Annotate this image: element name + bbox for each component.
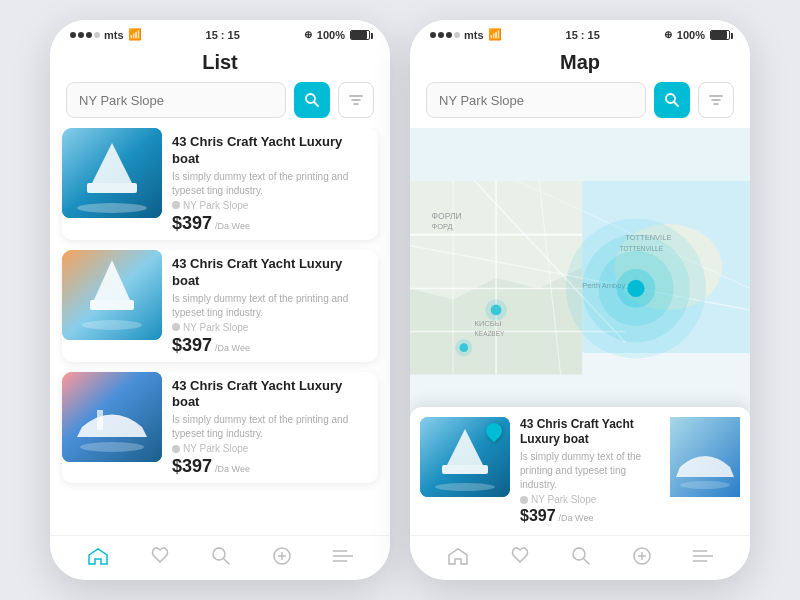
svg-rect-14 xyxy=(97,410,103,430)
boat-card-2[interactable]: 43 Chris Craft Yacht Luxury boat Is simp… xyxy=(62,250,378,362)
battery-icon xyxy=(350,30,370,40)
svg-point-63 xyxy=(680,481,730,489)
nav-search-map[interactable] xyxy=(571,546,591,566)
map-card-image-secondary xyxy=(670,417,740,497)
signal-dot-m4 xyxy=(454,32,460,38)
signal-dot-3 xyxy=(86,32,92,38)
search-icon-map xyxy=(664,92,680,108)
svg-point-56 xyxy=(459,343,468,352)
search-input-list[interactable] xyxy=(66,82,286,118)
svg-point-54 xyxy=(491,305,502,316)
signal-dot-m2 xyxy=(438,32,444,38)
boat-price-3: $397 xyxy=(172,456,212,477)
nav-add-list[interactable] xyxy=(272,546,292,566)
svg-point-61 xyxy=(435,483,495,491)
svg-text:KEAZBEY: KEAZBEY xyxy=(475,330,505,337)
boat-info-3: 43 Chris Craft Yacht Luxury boat Is simp… xyxy=(172,372,378,484)
map-phone: mts 📶 15 : 15 ⊕ 100% Map xyxy=(410,20,750,580)
boat-info-1: 43 Chris Craft Yacht Luxury boat Is simp… xyxy=(172,128,378,240)
boat-location-2: NY Park Slope xyxy=(172,322,372,333)
list-phone: mts 📶 15 : 15 ⊕ 100% List xyxy=(50,20,390,580)
boat-title-2: 43 Chris Craft Yacht Luxury boat xyxy=(172,256,372,290)
boat-info-2: 43 Chris Craft Yacht Luxury boat Is simp… xyxy=(172,250,378,362)
svg-point-64 xyxy=(573,548,585,560)
boat-price-1: $397 xyxy=(172,213,212,234)
signal-dot-m3 xyxy=(446,32,452,38)
svg-line-25 xyxy=(674,102,678,106)
boat-location-3: NY Park Slope xyxy=(172,443,372,454)
svg-line-65 xyxy=(584,559,589,564)
map-card-loc-dot xyxy=(520,496,528,504)
boat-list: 43 Chris Craft Yacht Luxury boat Is simp… xyxy=(50,128,390,535)
signal-dot-m1 xyxy=(430,32,436,38)
filter-button-list[interactable] xyxy=(338,82,374,118)
location-dot-3 xyxy=(172,445,180,453)
bottom-nav-map xyxy=(410,535,750,580)
map-card-period: /Da Wee xyxy=(559,513,594,523)
boat-image-3 xyxy=(62,372,162,462)
map-card-desc: Is simply dummy text of the printing and… xyxy=(520,450,660,492)
map-card-price-row: $397 /Da Wee xyxy=(520,507,660,525)
map-card-price: $397 xyxy=(520,507,556,525)
boat-desc-3: Is simply dummy text of the printing and… xyxy=(172,413,372,441)
boat-desc-1: Is simply dummy text of the printing and… xyxy=(172,170,372,198)
status-bar-list: mts 📶 15 : 15 ⊕ 100% xyxy=(50,20,390,45)
boat-image-2 xyxy=(62,250,162,340)
boat-period-2: /Da Wee xyxy=(215,343,250,353)
map-info-card[interactable]: 43 Chris Craft Yacht Luxury boat Is simp… xyxy=(410,407,750,535)
svg-text:ФОРЛИ: ФОРЛИ xyxy=(432,211,462,221)
nav-favorites-list[interactable] xyxy=(150,546,170,566)
search-bar-list xyxy=(66,82,374,118)
boat-location-1: NY Park Slope xyxy=(172,200,372,211)
nav-menu-list[interactable] xyxy=(333,549,353,563)
map-view[interactable]: ФОРЛИ ФОРД КИСБЫ KEAZBEY TOTTENVILE TOTT… xyxy=(410,128,750,535)
search-button-map[interactable] xyxy=(654,82,690,118)
signal-dot-4 xyxy=(94,32,100,38)
carrier-label-map: mts xyxy=(464,29,484,41)
nav-home-list[interactable] xyxy=(87,547,109,565)
signal-dot-1 xyxy=(70,32,76,38)
boat-price-row-2: $397 /Da Wee xyxy=(172,335,372,356)
carrier-label: mts xyxy=(104,29,124,41)
svg-rect-60 xyxy=(442,465,488,474)
boat-title-3: 43 Chris Craft Yacht Luxury boat xyxy=(172,378,372,412)
filter-icon-map xyxy=(709,93,723,107)
location-dot-2 xyxy=(172,323,180,331)
svg-point-16 xyxy=(213,548,225,560)
wifi-icon: 📶 xyxy=(128,28,142,41)
battery-label-map: 100% xyxy=(677,29,705,41)
svg-text:ФОРД: ФОРД xyxy=(432,222,453,231)
svg-rect-11 xyxy=(90,300,134,310)
battery-label: 100% xyxy=(317,29,345,41)
nav-search-list[interactable] xyxy=(211,546,231,566)
search-button-list[interactable] xyxy=(294,82,330,118)
nav-menu-map[interactable] xyxy=(693,549,713,563)
search-input-map[interactable] xyxy=(426,82,646,118)
signal-dot-2 xyxy=(78,32,84,38)
filter-button-map[interactable] xyxy=(698,82,734,118)
boat-card-3[interactable]: 43 Chris Craft Yacht Luxury boat Is simp… xyxy=(62,372,378,484)
svg-rect-7 xyxy=(87,183,137,193)
svg-point-15 xyxy=(80,442,144,452)
location-dot-1 xyxy=(172,201,180,209)
time-label: 15 : 15 xyxy=(206,29,240,41)
svg-point-52 xyxy=(627,280,644,297)
search-icon xyxy=(304,92,320,108)
battery-icon-map xyxy=(710,30,730,40)
boat-price-row-1: $397 /Da Wee xyxy=(172,213,372,234)
nav-add-map[interactable] xyxy=(632,546,652,566)
filter-icon xyxy=(349,93,363,107)
bottom-nav-list xyxy=(50,535,390,580)
time-label-map: 15 : 15 xyxy=(566,29,600,41)
map-card-location: NY Park Slope xyxy=(520,494,660,505)
svg-line-1 xyxy=(314,102,318,106)
map-card-info: 43 Chris Craft Yacht Luxury boat Is simp… xyxy=(520,417,660,525)
wifi-icon-map: 📶 xyxy=(488,28,502,41)
map-card-image-main xyxy=(420,417,510,497)
boat-desc-2: Is simply dummy text of the printing and… xyxy=(172,292,372,320)
boat-price-row-3: $397 /Da Wee xyxy=(172,456,372,477)
nav-home-map[interactable] xyxy=(447,547,469,565)
boat-card-1[interactable]: 43 Chris Craft Yacht Luxury boat Is simp… xyxy=(62,128,378,240)
page-title-list: List xyxy=(50,45,390,82)
nav-favorites-map[interactable] xyxy=(510,546,530,566)
